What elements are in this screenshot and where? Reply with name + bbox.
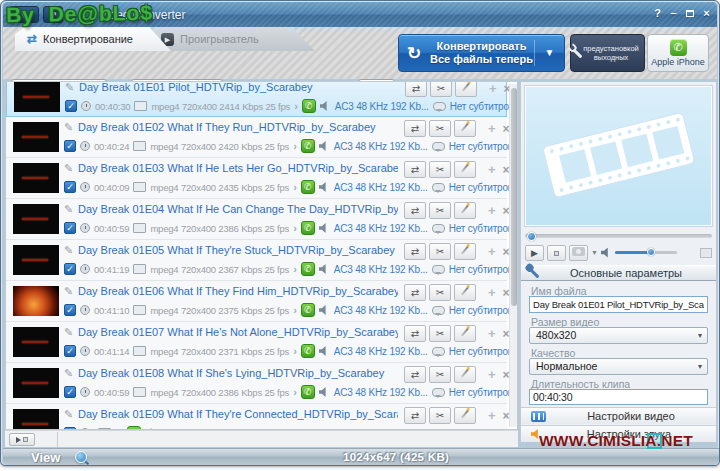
output-device-icon[interactable]: ✆ [301,303,315,317]
tab-player[interactable]: ▶ Проигрыватель [149,27,315,51]
seek-track[interactable] [525,234,712,238]
output-device-icon[interactable]: ✆ [302,99,316,113]
minimize-button[interactable]: – [666,6,681,21]
scrollbar-thumb[interactable] [511,88,517,306]
video-list-item[interactable]: ✎ Day Break 01E07 What If He's Not Alone… [6,322,507,363]
video-list-item[interactable]: ✎ Day Break 01E08 What If She's Lying_HD… [6,363,507,404]
playback-mode-button[interactable] [9,433,35,446]
help-button[interactable]: ? [650,6,665,21]
edit-title-icon[interactable]: ✎ [64,367,73,380]
subtitles-status[interactable]: Нет субтитров [449,305,513,316]
subtitles-status[interactable]: Нет субтитров [450,101,514,112]
play-button[interactable]: ▶ [525,245,544,261]
clip-trim-button[interactable]: ✂ [429,161,451,178]
video-list-item[interactable]: ✎ Day Break 01E09 What If They're Connec… [6,404,507,430]
effects-button[interactable] [455,81,477,97]
edit-title-icon[interactable]: ✎ [64,326,73,339]
view-label[interactable]: View [31,450,60,465]
expand-icon[interactable]: + [488,326,496,341]
subtitles-status[interactable]: Нет субтитров [449,264,513,275]
video-settings-bar[interactable]: Настройки видео [521,407,716,424]
convert-dropdown-arrow[interactable]: ▼ [534,40,564,66]
reconvert-button[interactable]: ⇄ [404,243,426,260]
select-checkbox[interactable]: ✓ [64,222,76,234]
select-checkbox[interactable]: ✓ [64,181,76,193]
effects-button[interactable] [454,120,476,137]
reconvert-button[interactable]: ⇄ [404,202,426,219]
video-size-select[interactable]: 480x320 ▾ [529,327,708,344]
convert-all-button[interactable]: ↻ Конвертировать Все файлы теперь ▼ [398,34,565,72]
edit-title-icon[interactable]: ✎ [64,203,73,216]
clip-trim-button[interactable]: ✂ [429,202,451,219]
basic-params-header[interactable]: Основные параметры [521,265,716,281]
volume-icon[interactable] [601,248,612,258]
reconvert-button[interactable]: ⇄ [404,161,426,178]
clip-trim-button[interactable]: ✂ [429,366,451,383]
expand-icon[interactable]: + [488,244,496,259]
video-list-item[interactable]: ✎ Day Break 01E03 What If He Lets Her Go… [6,158,507,199]
select-checkbox[interactable]: ✓ [64,140,76,152]
maximize-button[interactable] [682,6,697,21]
effects-button[interactable] [454,325,476,342]
clip-trim-button[interactable]: ✂ [429,284,451,301]
edit-title-icon[interactable]: ✎ [64,408,73,421]
quality-select[interactable]: Нормальное ▾ [529,358,708,375]
video-list-item[interactable]: ✎ Day Break 01E06 What If They Find Him_… [6,281,507,322]
expand-icon[interactable]: + [488,121,496,136]
clip-trim-button[interactable]: ✂ [430,81,452,97]
output-profile-button[interactable]: ✆ Apple iPhone [647,34,709,72]
expand-icon[interactable]: + [488,367,496,382]
edit-title-icon[interactable]: ✎ [64,244,73,257]
effects-button[interactable] [454,366,476,383]
detach-window-icon[interactable] [700,248,712,258]
output-device-icon[interactable]: ✆ [301,180,315,194]
expand-icon[interactable]: + [488,162,496,177]
effects-button[interactable] [454,284,476,301]
effects-button[interactable] [454,243,476,260]
expand-icon[interactable]: + [488,203,496,218]
video-list-item[interactable]: ✎ Day Break 01E04 What If He Can Change … [6,199,507,240]
output-device-icon[interactable]: ✆ [301,385,315,399]
stop-button[interactable] [547,245,566,261]
clip-trim-button[interactable]: ✂ [429,243,451,260]
edit-title-icon[interactable]: ✎ [64,285,73,298]
seek-bar[interactable] [525,232,712,240]
clip-trim-button[interactable]: ✂ [429,325,451,342]
video-list-item[interactable]: ✎ Day Break 01E05 What If They're Stuck_… [6,240,507,281]
subtitles-status[interactable]: Нет субтитров [449,141,513,152]
edit-title-icon[interactable]: ✎ [64,121,73,134]
effects-button[interactable] [454,407,476,424]
select-checkbox[interactable]: ✓ [64,345,76,357]
volume-handle[interactable] [647,248,655,256]
reconvert-button[interactable]: ⇄ [404,366,426,383]
effects-button[interactable] [454,161,476,178]
edit-title-icon[interactable]: ✎ [64,162,73,175]
seek-handle[interactable] [527,232,536,241]
expand-icon[interactable]: + [488,285,496,300]
clip-trim-button[interactable]: ✂ [429,120,451,137]
subtitles-status[interactable]: Нет субтитров [449,182,513,193]
output-device-icon[interactable]: ✆ [301,221,315,235]
select-checkbox[interactable]: ✓ [64,304,76,316]
reconvert-button[interactable]: ⇄ [404,407,426,424]
snapshot-button[interactable] [569,245,588,261]
select-checkbox[interactable]: ✓ [64,386,76,398]
output-preset-button[interactable]: предустановкой выходных [570,34,645,72]
close-button[interactable]: × [699,6,714,21]
subtitles-status[interactable]: Нет субтитров [449,346,513,357]
select-checkbox[interactable]: ✓ [65,100,77,112]
output-device-icon[interactable]: ✆ [301,262,315,276]
reconvert-button[interactable]: ⇄ [404,120,426,137]
list-scrollbar[interactable] [509,84,517,427]
edit-title-icon[interactable]: ✎ [65,81,74,94]
reconvert-button[interactable]: ⇄ [404,284,426,301]
expand-icon[interactable]: + [489,81,497,96]
volume-slider[interactable] [615,248,677,257]
output-device-icon[interactable]: ✆ [301,139,315,153]
video-list-item[interactable]: ✎ Day Break 01E01 Pilot_HDTVRip_by_Scara… [6,81,507,117]
reconvert-button[interactable]: ⇄ [404,325,426,342]
subtitles-status[interactable]: Нет субтитров [449,223,513,234]
video-list-item[interactable]: ✎ Day Break 01E02 What If They Run_HDTVR… [6,117,507,158]
clip-trim-button[interactable]: ✂ [429,407,451,424]
tab-conversion[interactable]: ⇄ Конвертирование [15,27,171,51]
